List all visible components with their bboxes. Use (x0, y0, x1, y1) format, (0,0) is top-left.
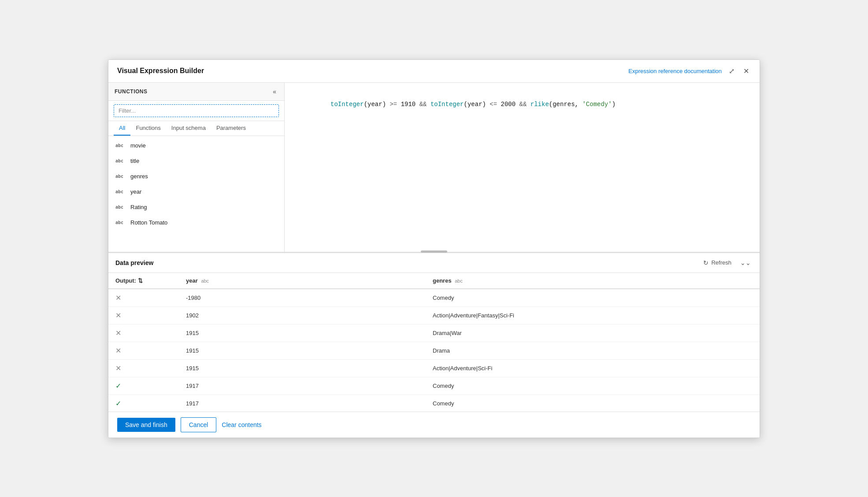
year-cell: -1980 (179, 289, 426, 307)
year-cell: 1915 (179, 342, 426, 359)
tab-input-schema[interactable]: Input schema (166, 121, 211, 136)
sidebar-list-item[interactable]: abcyear (108, 184, 284, 199)
table-row: ✓ 1917 Comedy (108, 377, 760, 394)
refresh-button[interactable]: ↻ Refresh (700, 258, 735, 268)
sidebar: FUNCTIONS « All Functions Input schema P… (108, 83, 285, 252)
data-preview-panel: Data preview ↻ Refresh ⌄⌄ Output: ⇅ (108, 253, 760, 412)
item-label: Rotton Tomato (130, 219, 167, 226)
sidebar-list: abcmovieabctitleabcgenresabcyearabcRatin… (108, 136, 284, 252)
sidebar-tabs: All Functions Input schema Parameters (108, 121, 284, 136)
table-body: ✕ -1980 Comedy ✕ 1902 Action|Adventure|F… (108, 289, 760, 412)
check-icon: ✓ (115, 400, 121, 407)
genres-cell: Comedy (426, 289, 760, 307)
cross-icon: ✕ (115, 364, 121, 372)
tab-parameters[interactable]: Parameters (211, 121, 251, 136)
collapse-preview-button[interactable]: ⌄⌄ (738, 258, 753, 267)
check-icon: ✓ (115, 382, 121, 390)
output-cell: ✕ (108, 359, 179, 377)
cross-icon: ✕ (115, 312, 121, 319)
sidebar-title: FUNCTIONS (115, 88, 148, 95)
cancel-button[interactable]: Cancel (181, 417, 217, 432)
type-badge: abc (115, 220, 126, 225)
genres-cell: Action|Adventure|Fantasy|Sci-Fi (426, 306, 760, 324)
sidebar-list-item[interactable]: abcRotton Tomato (108, 215, 284, 230)
sidebar-list-item[interactable]: abcgenres (108, 169, 284, 184)
expression-code: toInteger(year) >= 1910 && toInteger(yea… (293, 90, 751, 119)
item-label: year (130, 188, 141, 195)
year-cell: 1917 (179, 377, 426, 394)
type-badge: abc (115, 158, 126, 163)
filter-input[interactable] (114, 104, 279, 117)
sidebar-list-item[interactable]: abcmovie (108, 138, 284, 153)
type-badge: abc (115, 143, 126, 148)
cross-icon: ✕ (115, 347, 121, 354)
top-section: FUNCTIONS « All Functions Input schema P… (108, 83, 760, 253)
item-label: movie (130, 142, 146, 149)
year-cell: 1902 (179, 306, 426, 324)
refresh-icon: ↻ (703, 259, 708, 266)
col-header-year: year abc (179, 273, 426, 289)
save-finish-button[interactable]: Save and finish (117, 418, 175, 432)
genres-cell: Drama|War (426, 324, 760, 342)
modal-title: Visual Expression Builder (117, 67, 204, 75)
table-row: ✕ -1980 Comedy (108, 289, 760, 307)
genres-cell: Comedy (426, 394, 760, 412)
output-cell: ✕ (108, 342, 179, 359)
collapse-sidebar-button[interactable]: « (271, 87, 278, 96)
sidebar-list-item[interactable]: abcRating (108, 199, 284, 215)
output-cell: ✕ (108, 324, 179, 342)
visual-expression-builder-modal: Visual Expression Builder Expression ref… (108, 59, 760, 438)
modal-header: Visual Expression Builder Expression ref… (108, 60, 760, 83)
doc-link[interactable]: Expression reference documentation (628, 68, 722, 74)
modal-body: FUNCTIONS « All Functions Input schema P… (108, 83, 760, 412)
table-row: ✓ 1917 Comedy (108, 394, 760, 412)
close-button[interactable]: ✕ (742, 65, 751, 77)
output-cell: ✓ (108, 377, 179, 394)
table-header: Output: ⇅ year abc genres abc (108, 273, 760, 289)
preview-title: Data preview (115, 259, 153, 266)
clear-contents-button[interactable]: Clear contents (222, 420, 261, 430)
resize-handle[interactable] (421, 250, 447, 253)
year-cell: 1917 (179, 394, 426, 412)
refresh-label: Refresh (711, 259, 731, 266)
table-row: ✕ 1915 Drama (108, 342, 760, 359)
genres-cell: Action|Adventure|Sci-Fi (426, 359, 760, 377)
output-cell: ✓ (108, 394, 179, 412)
type-badge: abc (115, 174, 126, 179)
modal-footer: Save and finish Cancel Clear contents (108, 412, 760, 438)
genres-cell: Drama (426, 342, 760, 359)
sidebar-list-item[interactable]: abctitle (108, 153, 284, 169)
tab-functions[interactable]: Functions (130, 121, 166, 136)
col-header-genres: genres abc (426, 273, 760, 289)
item-label: Rating (130, 204, 147, 210)
item-label: title (130, 158, 139, 164)
type-badge: abc (115, 205, 126, 210)
header-right: Expression reference documentation ⤢ ✕ (628, 65, 751, 77)
table-row: ✕ 1915 Drama|War (108, 324, 760, 342)
year-cell: 1915 (179, 359, 426, 377)
table-row: ✕ 1902 Action|Adventure|Fantasy|Sci-Fi (108, 306, 760, 324)
preview-table-wrap: Output: ⇅ year abc genres abc (108, 273, 760, 412)
year-cell: 1915 (179, 324, 426, 342)
sidebar-header: FUNCTIONS « (108, 83, 284, 101)
preview-actions: ↻ Refresh ⌄⌄ (700, 258, 753, 268)
cross-icon: ✕ (115, 294, 121, 302)
output-cell: ✕ (108, 306, 179, 324)
filter-input-wrap (108, 101, 284, 121)
preview-header: Data preview ↻ Refresh ⌄⌄ (108, 253, 760, 273)
genres-cell: Comedy (426, 377, 760, 394)
cross-icon: ✕ (115, 329, 121, 337)
expand-button[interactable]: ⤢ (727, 65, 736, 77)
tab-all[interactable]: All (114, 121, 130, 136)
output-cell: ✕ (108, 289, 179, 307)
item-label: genres (130, 173, 148, 180)
col-header-output: Output: ⇅ (108, 273, 179, 289)
type-badge: abc (115, 189, 126, 194)
table-row: ✕ 1915 Action|Adventure|Sci-Fi (108, 359, 760, 377)
preview-table: Output: ⇅ year abc genres abc (108, 273, 760, 412)
editor-area[interactable]: toInteger(year) >= 1910 && toInteger(yea… (285, 83, 760, 252)
